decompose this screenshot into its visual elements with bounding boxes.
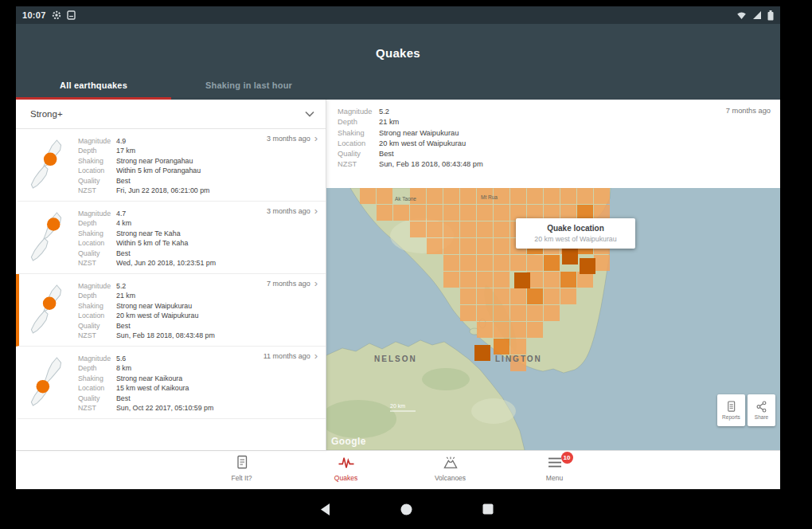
recents-button[interactable] [482,504,494,515]
chevron-right-icon: › [314,207,318,215]
location-value: 15 km west of Kaikoura [116,383,189,393]
share-icon [756,401,767,413]
location-value: Within 5 km of Porangahau [116,166,201,175]
tab-shaking-last-hour[interactable]: Shaking in last hour [171,70,326,100]
quake-list-panel: Strong+ Magnitude4.9 Depth17 km [16,100,326,450]
shaking-value: Strong near Porangahau [116,156,193,166]
depth-value: 4 km [116,218,131,228]
filter-selected-value: Strong+ [30,109,63,119]
detail-depth-value: 21 km [379,117,399,127]
seismograph-icon [337,455,356,470]
detail-quake-age: 7 months ago [726,107,771,115]
quake-location-dot [37,380,50,394]
quake-list-item[interactable]: Magnitude4.9 Depth17 km ShakingStrong ne… [16,129,326,202]
share-button[interactable]: Share [748,394,775,426]
shaking-value: Strong near Te Kaha [116,229,181,238]
main-content: Strong+ Magnitude4.9 Depth17 km [16,100,780,450]
map-action-buttons: Reports Share [717,394,775,426]
magnitude-value: 4.9 [116,136,126,146]
detail-location-value: 20 km west of Waipukurau [379,139,466,149]
magnitude-value: 5.2 [116,281,126,291]
quality-value: Best [116,249,131,258]
quake-list-item[interactable]: Magnitude4.7 Depth4 km ShakingStrong nea… [16,202,326,274]
felt-report-icon [235,455,249,470]
signal-icon [752,11,762,20]
nz-map-icon [29,284,65,334]
chevron-right-icon: › [314,352,318,360]
chevron-down-icon [305,111,314,117]
gear-icon [52,10,61,20]
quake-age: 3 months ago› [267,207,318,215]
quality-value: Best [116,176,131,186]
shaking-value: Strong near Kaikoura [116,374,182,383]
google-logo[interactable]: Google [331,436,366,447]
map-scale-label: 20 km [390,403,405,409]
wifi-icon [736,11,747,20]
depth-value: 21 km [116,291,135,300]
quake-list-item-selected[interactable]: Magnitude5.2 Depth21 km ShakingStrong ne… [16,274,326,347]
nav-felt-it[interactable]: Felt It? [189,451,294,488]
page-title: Quakes [16,46,780,60]
quality-value: Best [116,394,131,403]
quake-list-item[interactable]: Magnitude5.6 Depth8 km ShakingStrong nea… [16,347,326,419]
home-circle-icon [400,504,412,515]
location-value: Within 5 km of Te Kaha [116,238,188,248]
quake-fields: Magnitude4.7 Depth4 km ShakingStrong nea… [78,209,318,268]
map-city-label-nelson: NELSON [374,355,417,363]
document-icon [726,401,736,413]
nz-map-icon [29,357,65,406]
chevron-right-icon: › [314,135,318,143]
nzst-value: Fri, Jun 22 2018, 06:21:00 pm [116,186,209,195]
magnitude-value: 5.6 [116,354,126,363]
android-navigation-bar [0,489,812,529]
quake-age: 11 months ago› [264,352,318,360]
nzst-value: Wed, Jun 20 2018, 10:23:51 pm [116,258,216,268]
shaking-value: Strong near Waipukurau [116,301,192,311]
shaking-map[interactable]: Ak Taone Mt Rua NELSON LINGTON 20 km Goo… [326,188,780,450]
depth-value: 8 km [116,363,131,373]
quake-fields: Magnitude5.6 Depth8 km ShakingStrong nea… [78,354,318,413]
magnitude-value: 4.7 [116,209,126,218]
nz-map-icon [29,212,65,261]
tab-bar: All earthquakes Shaking in last hour [16,70,780,100]
location-value: 20 km west of Waipukurau [116,311,198,320]
quality-value: Best [116,321,131,331]
quake-fields: Magnitude5.2 Depth21 km ShakingStrong ne… [78,281,318,340]
detail-quality-value: Best [379,149,394,159]
detail-shaking-value: Strong near Waipukurau [379,128,459,139]
home-button[interactable] [400,504,412,515]
app-screen: 10:07 [16,6,780,489]
nzst-value: Sun, Oct 22 2017, 05:10:59 pm [116,403,213,413]
quake-fields: Magnitude4.9 Depth17 km ShakingStrong ne… [78,136,318,195]
status-bar: 10:07 [16,6,780,24]
detail-magnitude-value: 5.2 [379,107,389,117]
nav-volcanoes[interactable]: Volcanoes [398,451,502,488]
detail-nzst-value: Sun, Feb 18 2018, 08:43:48 pm [379,159,483,170]
chevron-right-icon: › [314,280,318,288]
bottom-navigation: Felt It? Quakes [16,450,780,488]
nav-menu[interactable]: 10 Menu [502,451,607,488]
back-button[interactable] [319,503,330,516]
map-place-label: Ak Taone [395,196,416,202]
status-time: 10:07 [22,10,46,20]
map-place-label: Mt Rua [481,194,498,200]
quake-age: 3 months ago› [267,135,318,143]
quake-detail-panel: Magnitude5.2 Depth21 km ShakingStrong ne… [326,100,780,450]
tooltip-title: Quake location [522,224,629,233]
depth-value: 17 km [116,146,135,155]
tab-all-earthquakes[interactable]: All earthquakes [16,70,171,100]
nz-map-icon [29,139,65,189]
battery-icon [767,10,774,21]
intensity-filter-dropdown[interactable]: Strong+ [16,100,326,129]
quake-location-dot [43,297,57,311]
quake-location-dot [44,153,57,167]
nav-quakes[interactable]: Quakes [294,451,398,488]
quake-location-dot [47,217,61,231]
map-tooltip: Quake location 20 km west of Waipukurau [516,218,635,249]
map-city-label-wellington: LINGTON [495,355,542,363]
quake-detail-fields: Magnitude5.2 Depth21 km ShakingStrong ne… [326,100,780,188]
quake-age: 7 months ago› [267,280,318,288]
recents-square-icon [482,504,494,515]
tooltip-subtitle: 20 km west of Waipukurau [522,235,629,243]
reports-button[interactable]: Reports [717,394,745,426]
